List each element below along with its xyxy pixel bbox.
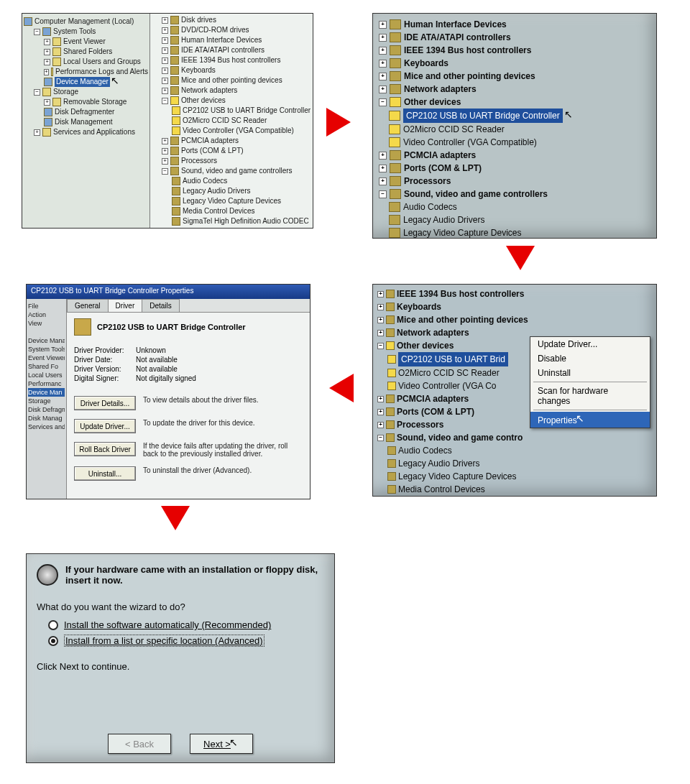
- expand-icon[interactable]: +: [379, 34, 387, 42]
- menu-uninstall[interactable]: Uninstall: [530, 366, 650, 380]
- tree-item[interactable]: Network adapters: [404, 83, 477, 96]
- tree-item[interactable]: Legacy Audio Drivers: [403, 213, 484, 226]
- expand-icon[interactable]: +: [162, 158, 168, 165]
- tree-item[interactable]: Keyboards: [181, 65, 216, 75]
- expand-icon[interactable]: +: [377, 317, 384, 323]
- expand-icon[interactable]: +: [379, 60, 387, 68]
- expand-icon[interactable]: +: [377, 291, 384, 298]
- tree-item[interactable]: Legacy Video Capture Devices: [403, 226, 522, 239]
- tree-item[interactable]: Disk drives: [181, 15, 216, 25]
- menu-disable[interactable]: Disable: [530, 351, 650, 366]
- expand-icon[interactable]: +: [162, 37, 168, 44]
- tree-item[interactable]: Legacy Video Capture Devices: [183, 196, 281, 206]
- tree-item[interactable]: Other devices: [404, 96, 461, 109]
- tree-item[interactable]: Mice and other pointing devices: [404, 70, 535, 83]
- tree-item[interactable]: Sound, video and game controllers: [404, 188, 548, 200]
- menu-update-driver[interactable]: Update Driver...: [530, 337, 650, 351]
- tree-item[interactable]: Audio Codecs: [403, 200, 457, 213]
- expand-icon[interactable]: +: [379, 73, 387, 80]
- expand-icon[interactable]: +: [44, 49, 50, 55]
- expand-icon[interactable]: +: [379, 21, 387, 29]
- expand-icon[interactable]: +: [44, 39, 50, 45]
- expand-icon[interactable]: +: [377, 409, 384, 415]
- radio-unchecked-icon[interactable]: [48, 620, 58, 630]
- tree-item[interactable]: Human Interface Devices: [404, 18, 507, 31]
- next-button[interactable]: Next >↖: [190, 734, 253, 754]
- tree-item[interactable]: Ports (COM & LPT): [404, 162, 482, 175]
- collapse-icon[interactable]: −: [379, 98, 387, 106]
- tree-item[interactable]: PCMCIA adapters: [397, 392, 469, 405]
- tree-item[interactable]: Disk Management: [55, 117, 113, 127]
- tree-item[interactable]: Event Viewer: [63, 37, 106, 47]
- expand-icon[interactable]: +: [162, 138, 168, 144]
- tree-item[interactable]: Legacy Audio Drivers: [183, 186, 251, 196]
- tree-item[interactable]: Processors: [404, 175, 451, 188]
- tree-item[interactable]: Keyboards: [397, 300, 441, 313]
- tree-item-selected[interactable]: CP2102 USB to UART Bridge Controller: [403, 109, 563, 123]
- tree-item[interactable]: Video Controller (VGA Compatible): [403, 136, 537, 149]
- expand-icon[interactable]: +: [44, 99, 50, 106]
- tree-item[interactable]: Sound, video and game controllers: [181, 166, 293, 176]
- expand-icon[interactable]: +: [377, 396, 384, 402]
- tree-item[interactable]: Network adapters: [397, 326, 469, 339]
- collapse-icon[interactable]: −: [34, 89, 40, 96]
- tree-item[interactable]: PCMCIA adapters: [404, 149, 476, 162]
- collapse-icon[interactable]: −: [377, 435, 384, 441]
- expand-icon[interactable]: +: [162, 57, 168, 64]
- tree-item[interactable]: Legacy Video Capture Devices: [398, 470, 517, 483]
- tree-item[interactable]: Processors: [181, 156, 217, 166]
- expand-icon[interactable]: +: [162, 148, 168, 155]
- tree-item[interactable]: SigmaTel High Definition Audio CODEC: [398, 496, 550, 497]
- collapse-icon[interactable]: −: [162, 168, 168, 175]
- expand-icon[interactable]: +: [162, 47, 168, 54]
- tree-item[interactable]: Legacy Audio Drivers: [398, 457, 479, 470]
- expand-icon[interactable]: +: [34, 129, 40, 136]
- tree-item[interactable]: Audio Codecs: [398, 444, 452, 457]
- driver-details-button[interactable]: Driver Details...: [74, 396, 136, 410]
- tree-item[interactable]: Disk Defragmenter: [55, 107, 114, 117]
- expand-icon[interactable]: +: [44, 69, 49, 75]
- tree-item[interactable]: Video Controller (VGA Co: [398, 379, 497, 392]
- tree-item[interactable]: Ports (COM & LPT): [181, 146, 244, 156]
- menu-properties[interactable]: Properties↖: [530, 412, 650, 428]
- tree-item[interactable]: Keyboards: [404, 57, 448, 70]
- tree-item[interactable]: Audio Codecs: [183, 176, 227, 186]
- tree-item[interactable]: Other devices: [181, 96, 226, 106]
- tree-item[interactable]: Ports (COM & LPT): [397, 405, 474, 418]
- tab-details[interactable]: Details: [142, 299, 180, 312]
- update-driver-button[interactable]: Update Driver...: [74, 419, 136, 433]
- expand-icon[interactable]: +: [44, 59, 50, 65]
- tree-item[interactable]: Media Control Devices: [183, 206, 255, 216]
- expand-icon[interactable]: +: [162, 68, 168, 74]
- tree-item[interactable]: System Tools: [53, 27, 96, 37]
- tree-item[interactable]: SigmaTel High Definition Audio CODEC: [183, 216, 309, 226]
- tree-item[interactable]: IDE ATA/ATAPI controllers: [181, 45, 264, 55]
- tree-item[interactable]: PCMCIA adapters: [181, 136, 239, 146]
- tree-item[interactable]: CP2102 USB to UART Bridge Controller: [183, 106, 310, 116]
- expand-icon[interactable]: +: [379, 152, 387, 160]
- expand-icon[interactable]: +: [162, 78, 168, 84]
- collapse-icon[interactable]: −: [377, 343, 384, 349]
- tree-item[interactable]: O2Micro CCID SC Reader: [183, 116, 267, 126]
- expand-icon[interactable]: +: [379, 165, 387, 172]
- collapse-icon[interactable]: −: [162, 98, 168, 104]
- tree-root[interactable]: Computer Management (Local): [34, 17, 134, 27]
- tree-item[interactable]: IEEE 1394 Bus host controllers: [181, 55, 280, 65]
- tree-item[interactable]: Sound, video and game contro: [397, 431, 523, 444]
- expand-icon[interactable]: +: [377, 304, 384, 310]
- tree-item[interactable]: Mice and other pointing devices: [397, 313, 528, 326]
- expand-icon[interactable]: +: [377, 422, 384, 428]
- tree-item[interactable]: Removable Storage: [63, 97, 126, 107]
- expand-icon[interactable]: +: [379, 47, 387, 55]
- tree-item[interactable]: IEEE 1394 Bus host controllers: [404, 44, 531, 57]
- collapse-icon[interactable]: −: [34, 29, 40, 35]
- tree-item[interactable]: O2Micro CCID SC Reader: [403, 123, 505, 136]
- tree-item[interactable]: Performance Logs and Alerts: [55, 67, 148, 77]
- tree-item[interactable]: Shared Folders: [63, 47, 112, 57]
- tree-item[interactable]: O2Micro CCID SC Reader: [398, 366, 500, 379]
- tree-item[interactable]: Mice and other pointing devices: [181, 75, 282, 86]
- rollback-driver-button[interactable]: Roll Back Driver: [74, 442, 136, 456]
- menu-scan[interactable]: Scan for hardware changes: [530, 384, 650, 408]
- tree-item[interactable]: DVD/CD-ROM drives: [181, 25, 249, 35]
- tree-item[interactable]: Media Control Devices: [398, 483, 485, 496]
